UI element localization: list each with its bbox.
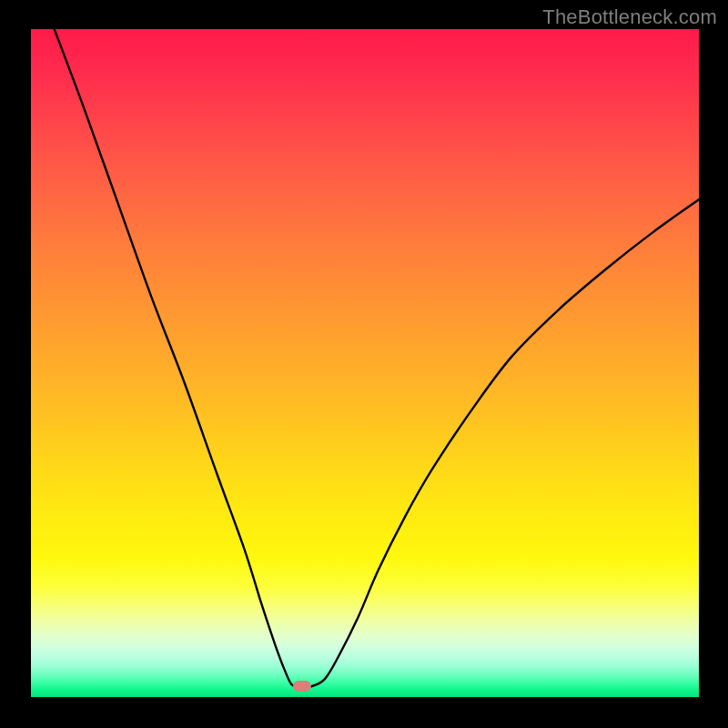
- watermark-text: TheBottleneck.com: [542, 5, 717, 29]
- optimum-marker: [293, 681, 311, 692]
- bottleneck-curve: [55, 29, 699, 687]
- curve-svg: [31, 29, 699, 697]
- plot-area: [31, 29, 699, 697]
- chart-frame: TheBottleneck.com: [0, 0, 728, 728]
